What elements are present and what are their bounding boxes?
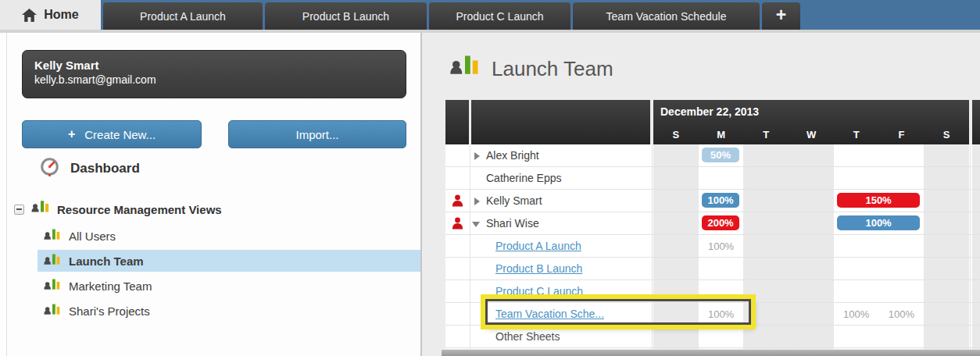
sidebar-item-marketing-team[interactable]: Marketing Team <box>38 275 420 297</box>
tree-item-label: Marketing Team <box>69 279 152 293</box>
day-letter: M <box>699 129 744 141</box>
user-row-name: Shari Wise <box>486 217 539 230</box>
allocation-percent-text: 100% <box>879 308 925 320</box>
tab-home[interactable]: Home <box>0 0 101 30</box>
page-title: Launch Team <box>492 57 613 81</box>
grid-row-product-b-launch: Product B Launch <box>445 258 980 280</box>
day-letter: F <box>879 129 925 141</box>
people-bars-icon <box>44 303 61 319</box>
user-row-name: Catherine Epps <box>486 172 562 184</box>
header-indicator-column <box>445 100 469 144</box>
tree-item-label: All Users <box>69 230 116 243</box>
grid-row-alex-bright: Alex Bright50% <box>445 144 980 167</box>
day-letter: T <box>743 129 789 141</box>
resource-views-label: Resource Management Views <box>57 203 222 216</box>
tab-product-c-launch[interactable]: Product C Launch <box>429 2 570 30</box>
allocation-percent-text: 100% <box>834 308 879 320</box>
allocation-percent-text: 100% <box>699 308 744 320</box>
tab-label: Product B Launch <box>302 10 389 23</box>
grid-header: December 22, 2013 SMTWTFS <box>445 100 980 144</box>
sheet-link[interactable]: Product C Launch <box>495 285 583 297</box>
allocation-badge[interactable]: 100% <box>702 193 740 208</box>
day-letters-row: SMTWTFS <box>653 129 969 141</box>
people-bars-icon <box>31 200 50 219</box>
sidebar-item-dashboard[interactable]: Dashboard <box>39 156 140 181</box>
import-label: Import... <box>295 128 338 141</box>
sidebar-item-launch-team[interactable]: Launch Team <box>38 250 420 272</box>
create-new-label: Create New... <box>84 128 156 141</box>
dashboard-gauge-icon <box>39 157 60 181</box>
grid-bottom-edge <box>442 350 980 356</box>
header-next-week-stub <box>972 100 980 144</box>
expand-arrow-icon[interactable] <box>474 198 480 205</box>
tree-item-label: Launch Team <box>69 255 144 268</box>
allocation-badge[interactable]: 150% <box>837 193 920 208</box>
grid-row-shari-wise: Shari Wise200%100% <box>445 212 980 235</box>
sheet-link[interactable]: Team Vacation Sche... <box>495 308 604 320</box>
sidebar-item-all-users[interactable]: All Users <box>38 225 420 247</box>
tab-label: Product C Launch <box>456 10 543 23</box>
overallocation-person-icon <box>452 194 463 210</box>
grid-row-other-sheets: Other Sheets <box>445 326 980 348</box>
sidebar-item-shari-s-projects[interactable]: Shari's Projects <box>38 300 420 322</box>
sheet-link[interactable]: Product A Launch <box>495 240 581 252</box>
header-date-column: December 22, 2013 SMTWTFS <box>653 100 969 144</box>
grid-row-team-vacation-sche-: Team Vacation Sche...100%100%100% <box>445 303 980 326</box>
day-letter: W <box>789 129 834 141</box>
allocation-badge[interactable]: 50% <box>702 148 740 162</box>
tab-product-b-launch[interactable]: Product B Launch <box>265 2 427 30</box>
people-bars-icon <box>44 253 61 269</box>
user-row-name: Alex Bright <box>486 149 539 162</box>
tab-product-a-launch[interactable]: Product A Launch <box>103 2 263 30</box>
dashboard-label: Dashboard <box>70 161 140 176</box>
day-letter: S <box>653 129 699 141</box>
allocation-badge[interactable]: 200% <box>702 215 740 230</box>
sidebar: Kelly Smart kelly.b.smart@gmail.com + Cr… <box>0 33 422 356</box>
header-name-column <box>471 100 650 144</box>
grid-row-product-a-launch: Product A Launch100% <box>445 235 980 258</box>
day-letter: T <box>834 129 879 141</box>
collapse-arrow-icon[interactable] <box>472 222 480 227</box>
people-bars-icon <box>449 55 481 84</box>
expand-arrow-icon[interactable] <box>474 152 480 160</box>
week-label: December 22, 2013 <box>660 105 759 118</box>
user-card: Kelly Smart kelly.b.smart@gmail.com <box>22 50 406 98</box>
tab-team-vacation-schedule[interactable]: Team Vacation Schedule <box>573 2 760 30</box>
people-bars-icon <box>44 278 61 294</box>
day-letter: S <box>924 129 969 141</box>
user-name: Kelly Smart <box>34 59 394 72</box>
plus-icon: + <box>68 127 75 141</box>
import-button[interactable]: Import... <box>228 120 406 148</box>
grid-row-product-c-launch: Product C Launch <box>445 280 980 303</box>
add-tab-button[interactable]: + <box>762 2 800 30</box>
sidebar-item-resource-management-views[interactable]: Resource Management Views <box>14 198 222 220</box>
grid-row-catherine-epps: Catherine Epps <box>445 167 980 190</box>
home-icon <box>22 9 37 22</box>
create-new-button[interactable]: + Create New... <box>22 120 202 148</box>
grid-body: Alex Bright50%Catherine Epps Kelly Smart… <box>445 144 980 349</box>
allocation-percent-text: 100% <box>699 240 744 252</box>
plus-icon: + <box>776 5 786 26</box>
tab-label: Home <box>44 8 78 22</box>
overallocation-person-icon <box>452 217 463 233</box>
user-email: kelly.b.smart@gmail.com <box>34 73 394 86</box>
tab-label: Team Vacation Schedule <box>606 10 727 23</box>
tree-item-label: Shari's Projects <box>69 304 150 318</box>
tab-label: Product A Launch <box>140 10 226 23</box>
user-row-name: Kelly Smart <box>486 194 542 207</box>
view-title: Launch Team <box>449 55 613 84</box>
row-label: Other Sheets <box>495 330 560 343</box>
collapse-minus-icon[interactable] <box>14 205 24 215</box>
grid-row-kelly-smart: Kelly Smart100%150% <box>445 190 980 212</box>
allocation-badge[interactable]: 100% <box>837 215 920 230</box>
tab-bar: HomeProduct A LaunchProduct B LaunchProd… <box>0 0 980 30</box>
sheet-link[interactable]: Product B Launch <box>495 262 582 275</box>
people-bars-icon <box>44 228 61 244</box>
